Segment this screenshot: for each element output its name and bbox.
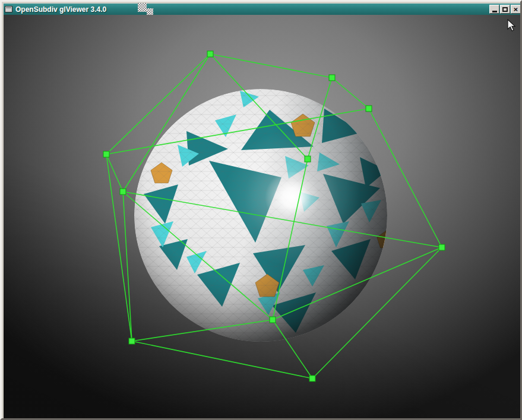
app-window: OpenSubdiv glViewer 3.4.0 ×: [0, 0, 522, 420]
maximize-icon: [502, 7, 508, 12]
repaint-artifact-checker: [138, 3, 147, 12]
title-bar[interactable]: OpenSubdiv glViewer 3.4.0 ×: [4, 4, 522, 15]
close-button[interactable]: ×: [511, 5, 521, 14]
close-icon: ×: [514, 6, 518, 12]
maximize-button[interactable]: [500, 5, 510, 14]
minimize-icon: [492, 11, 497, 12]
repaint-artifact-checker: [147, 8, 153, 15]
window-menu-icon[interactable]: [5, 6, 12, 12]
scene-canvas: [4, 15, 522, 420]
gl-viewport[interactable]: [4, 15, 522, 420]
window-title: OpenSubdiv glViewer 3.4.0: [15, 5, 489, 14]
window-controls: ×: [489, 5, 521, 14]
minimize-button[interactable]: [489, 5, 499, 14]
